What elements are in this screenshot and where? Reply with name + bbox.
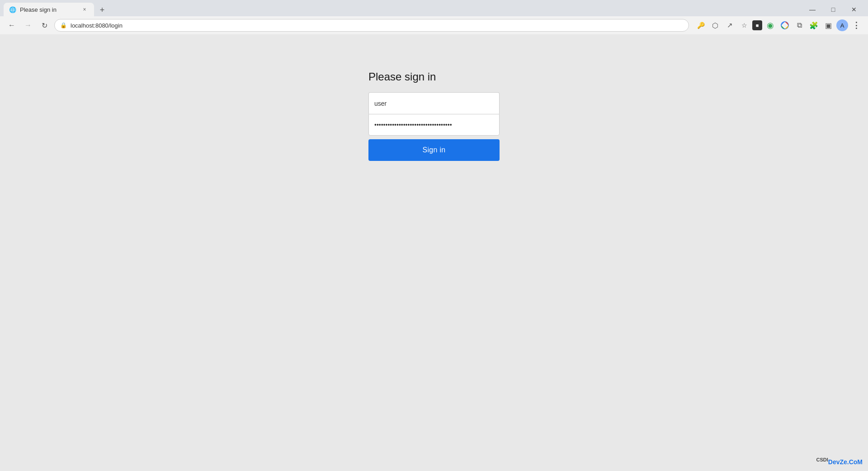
tab-title: Please sign in	[20, 6, 77, 13]
username-input[interactable]	[368, 92, 500, 114]
tab-favicon: 🌐	[9, 6, 16, 13]
address-bar[interactable]: 🔒 localhost:8080/login	[54, 19, 689, 32]
address-bar-row: ← → ↻ 🔒 localhost:8080/login 🔑 ⬡ ↗ ☆ ■ ◉	[0, 16, 868, 34]
ext3-icon[interactable]	[778, 19, 791, 32]
page-content: Please sign in Sign in	[0, 34, 868, 471]
share-icon[interactable]: ↗	[723, 19, 736, 32]
extensions-button[interactable]: 🧩	[807, 19, 820, 32]
forward-button[interactable]: →	[22, 19, 34, 32]
login-form: Please sign in Sign in	[368, 71, 500, 161]
password-input[interactable]	[368, 114, 500, 136]
reload-button[interactable]: ↻	[38, 19, 51, 32]
title-bar: 🌐 Please sign in × + — □ ✕	[0, 0, 868, 16]
sidebar-button[interactable]: ▣	[822, 19, 835, 32]
translate-icon[interactable]: ⬡	[709, 19, 722, 32]
window-controls: — □ ✕	[802, 3, 864, 16]
lock-icon: 🔒	[60, 22, 67, 28]
watermark-text: DevZe.CoM	[828, 458, 863, 466]
ext4-icon[interactable]: ⧉	[793, 19, 806, 32]
toolbar-icons: 🔑 ⬡ ↗ ☆ ■ ◉ ⧉ 🧩 ▣ A ⋮	[694, 19, 863, 32]
active-tab[interactable]: 🌐 Please sign in ×	[4, 3, 94, 16]
new-tab-button[interactable]: +	[96, 4, 108, 16]
tab-close-button[interactable]: ×	[80, 5, 89, 14]
avatar[interactable]: A	[836, 19, 848, 31]
minimize-button[interactable]: —	[802, 3, 823, 16]
ext2-icon[interactable]: ◉	[764, 19, 777, 32]
sign-in-button[interactable]: Sign in	[368, 139, 500, 161]
bookmark-icon[interactable]: ☆	[738, 19, 750, 32]
key-icon[interactable]: 🔑	[694, 19, 707, 32]
url-text: localhost:8080/login	[71, 22, 683, 29]
page-title: Please sign in	[368, 71, 436, 83]
watermark: CSDIDevZe.CoM	[816, 457, 863, 466]
menu-button[interactable]: ⋮	[850, 19, 863, 32]
back-button[interactable]: ←	[5, 19, 18, 32]
browser-chrome: 🌐 Please sign in × + — □ ✕ ← → ↻ 🔒 local…	[0, 0, 868, 34]
close-button[interactable]: ✕	[844, 3, 864, 16]
ext1-icon[interactable]: ■	[752, 20, 762, 30]
maximize-button[interactable]: □	[823, 3, 844, 16]
watermark-prefix: CSDI	[816, 457, 828, 462]
